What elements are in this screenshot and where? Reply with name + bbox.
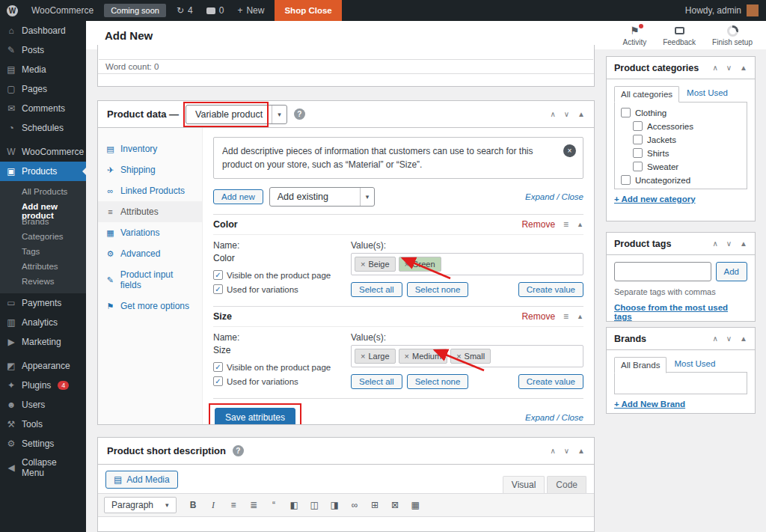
- add-new-category-link[interactable]: + Add new category: [614, 195, 696, 204]
- tab-code[interactable]: Code: [547, 476, 586, 493]
- howdy-menu[interactable]: Howdy, admin: [685, 5, 741, 16]
- numbered-list-button[interactable]: ≣: [245, 497, 263, 513]
- read-more-button[interactable]: ⊞: [366, 497, 384, 513]
- toggle-attribute-icon[interactable]: ▲: [577, 221, 583, 228]
- tab-most-used[interactable]: Most Used: [687, 88, 728, 102]
- fullscreen-button[interactable]: ⊠: [386, 497, 405, 513]
- tab-variations[interactable]: ▦Variations: [98, 222, 202, 243]
- product-type-select[interactable]: Variable product ▾: [186, 105, 287, 124]
- short-description-editarea[interactable]: [98, 517, 594, 532]
- move-up-icon[interactable]: ∧: [712, 64, 717, 72]
- submenu-attributes[interactable]: Attributes: [0, 260, 86, 275]
- submenu-all-products[interactable]: All Products: [0, 185, 86, 200]
- expand-close-link[interactable]: Expand / Close: [525, 192, 583, 201]
- toggle-panel-icon[interactable]: ▲: [740, 334, 747, 343]
- toggle-panel-icon[interactable]: ▲: [577, 110, 585, 118]
- avatar[interactable]: [747, 4, 759, 16]
- italic-button[interactable]: I: [204, 497, 223, 513]
- wordpress-logo-menu[interactable]: W: [0, 0, 25, 21]
- sidebar-item-comments[interactable]: ✉Comments: [0, 99, 86, 118]
- add-new-brand-link[interactable]: + Add New Brand: [614, 400, 685, 409]
- move-up-icon[interactable]: ∧: [712, 239, 717, 248]
- shop-status-button[interactable]: Shop Close: [275, 0, 341, 21]
- visible-checkbox[interactable]: ✓Visible on the product page: [213, 270, 339, 280]
- attribute-header[interactable]: Color Remove ≡ ▲: [213, 215, 583, 234]
- remove-attribute-link[interactable]: Remove: [521, 311, 555, 322]
- sidebar-item-media[interactable]: ▤Media: [0, 60, 86, 79]
- remove-attribute-link[interactable]: Remove: [521, 219, 555, 230]
- category-checkbox-uncategorized[interactable]: Uncategorized: [621, 175, 741, 185]
- move-up-icon[interactable]: ∧: [712, 334, 717, 343]
- toggle-attribute-icon[interactable]: ▲: [577, 313, 583, 320]
- comments-menu[interactable]: 0: [200, 0, 231, 21]
- choose-most-used-link[interactable]: Choose from the most used tags: [614, 303, 747, 321]
- remove-value-icon[interactable]: ×: [456, 352, 461, 361]
- sidebar-item-products[interactable]: ▣Products: [0, 162, 86, 181]
- sidebar-item-posts[interactable]: ✎Posts: [0, 40, 86, 60]
- move-up-icon[interactable]: ∧: [550, 447, 555, 455]
- expand-close-link[interactable]: Expand / Close: [525, 413, 583, 422]
- used-for-variations-checkbox[interactable]: ✓Used for variations: [213, 376, 339, 386]
- category-checkbox-clothing[interactable]: Clothing: [621, 108, 741, 117]
- move-down-icon[interactable]: ∨: [726, 64, 732, 72]
- help-icon[interactable]: ?: [294, 108, 305, 120]
- add-media-button[interactable]: ▤Add Media: [105, 471, 178, 489]
- create-value-button[interactable]: Create value: [518, 282, 583, 297]
- link-button[interactable]: ∞: [346, 497, 364, 513]
- drag-handle-icon[interactable]: ≡: [563, 219, 569, 230]
- site-name-menu[interactable]: WooCommerce: [25, 0, 100, 21]
- remove-value-icon[interactable]: ×: [405, 260, 409, 269]
- submenu-brands[interactable]: Brands: [0, 215, 86, 230]
- save-attributes-button[interactable]: Save attributes: [215, 408, 295, 425]
- used-for-variations-checkbox[interactable]: ✓Used for variations: [213, 284, 339, 294]
- sidebar-item-analytics[interactable]: ▥Analytics: [0, 313, 86, 332]
- create-value-button[interactable]: Create value: [518, 374, 583, 389]
- updates-menu[interactable]: ↻4: [170, 0, 200, 21]
- attribute-header[interactable]: Size Remove ≡ ▲: [213, 307, 583, 326]
- category-checkbox-jackets[interactable]: Jackets: [633, 135, 741, 144]
- add-existing-select[interactable]: Add existing ▾: [269, 187, 376, 207]
- move-up-icon[interactable]: ∧: [550, 110, 555, 118]
- toolbar-toggle-button[interactable]: ▦: [406, 497, 425, 513]
- new-tag-input[interactable]: [614, 262, 711, 281]
- move-down-icon[interactable]: ∨: [564, 447, 569, 455]
- sidebar-item-dashboard[interactable]: ⌂Dashboard: [0, 21, 86, 40]
- tab-get-more-options[interactable]: ⚑Get more options: [98, 296, 202, 317]
- help-icon[interactable]: ?: [233, 445, 244, 456]
- bold-button[interactable]: B: [184, 497, 203, 513]
- select-all-button[interactable]: Select all: [351, 374, 402, 389]
- visible-checkbox[interactable]: ✓Visible on the product page: [213, 362, 339, 372]
- toggle-panel-icon[interactable]: ▲: [577, 447, 585, 455]
- attribute-values-input[interactable]: ×Beige ×Green: [351, 253, 583, 275]
- tab-advanced[interactable]: ⚙Advanced: [98, 243, 202, 264]
- submenu-reviews[interactable]: Reviews: [0, 275, 86, 290]
- add-new-attribute-button[interactable]: Add new: [213, 189, 263, 204]
- add-tag-button[interactable]: Add: [716, 262, 747, 281]
- select-none-button[interactable]: Select none: [407, 282, 469, 297]
- submenu-tags[interactable]: Tags: [0, 245, 86, 260]
- blockquote-button[interactable]: “: [265, 497, 284, 513]
- remove-value-icon[interactable]: ×: [405, 352, 409, 361]
- drag-handle-icon[interactable]: ≡: [563, 311, 569, 322]
- dismiss-notice-icon[interactable]: ×: [563, 144, 576, 157]
- align-center-button[interactable]: ◫: [305, 497, 324, 513]
- select-all-button[interactable]: Select all: [351, 282, 402, 297]
- align-right-button[interactable]: ◨: [325, 497, 344, 513]
- sidebar-item-users[interactable]: ☻Users: [0, 395, 86, 415]
- sidebar-item-settings[interactable]: ⚙Settings: [0, 434, 86, 453]
- remove-value-icon[interactable]: ×: [361, 352, 365, 361]
- category-checkbox-sweater[interactable]: Sweater: [633, 162, 741, 171]
- tab-all-brands[interactable]: All Brands: [614, 357, 667, 373]
- paragraph-format-select[interactable]: Paragraph▾: [104, 497, 177, 513]
- move-down-icon[interactable]: ∨: [726, 334, 732, 343]
- toggle-panel-icon[interactable]: ▲: [740, 239, 747, 248]
- tab-visual[interactable]: Visual: [503, 476, 545, 493]
- move-down-icon[interactable]: ∨: [726, 239, 732, 248]
- sidebar-item-tools[interactable]: ⚒Tools: [0, 415, 86, 434]
- sidebar-item-payments[interactable]: ▭Payments: [0, 293, 86, 313]
- attribute-values-input[interactable]: ×Large ×Medium ×Small: [351, 345, 583, 367]
- tab-shipping[interactable]: ✈Shipping: [98, 159, 202, 180]
- editor-text-area[interactable]: [99, 45, 593, 60]
- submenu-categories[interactable]: Categories: [0, 230, 86, 245]
- move-down-icon[interactable]: ∨: [564, 110, 569, 118]
